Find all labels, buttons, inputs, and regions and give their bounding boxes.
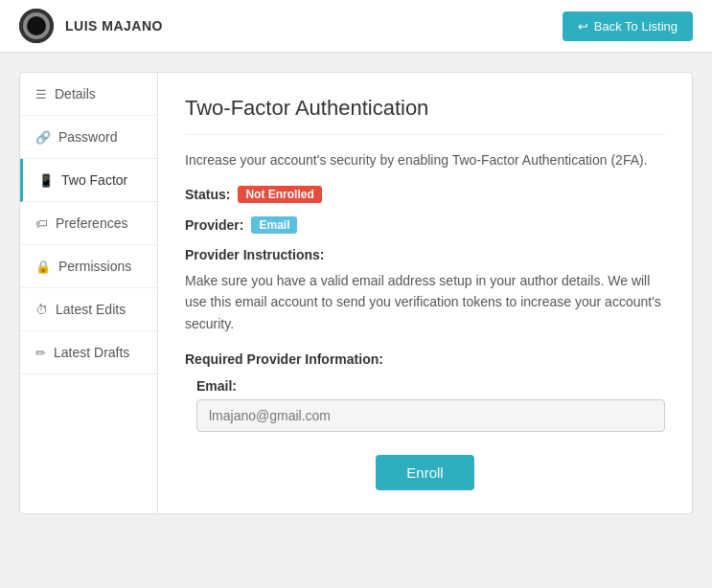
sidebar-label-preferences: Preferences [56,215,127,231]
sidebar-label-two-factor: Two Factor [61,172,127,188]
sidebar-item-details[interactable]: ☰ Details [20,73,157,116]
top-bar: LUIS MAJANO ↩ Back To Listing [0,0,712,53]
provider-instructions-title: Provider Instructions: [185,247,665,262]
email-label: Email: [196,378,665,394]
provider-label: Provider: [185,217,243,233]
sidebar-item-preferences[interactable]: 🏷 Preferences [20,202,157,245]
sidebar-label-latest-drafts: Latest Drafts [54,345,129,360]
sidebar-item-password[interactable]: 🔗 Password [20,116,157,159]
enroll-button-label: Enroll [406,464,443,481]
sidebar-item-permissions[interactable]: 🔒 Permissions [20,245,157,288]
sidebar-label-details: Details [55,86,96,102]
sidebar: ☰ Details 🔗 Password 📱 Two Factor 🏷 Pref… [19,72,158,514]
enroll-button[interactable]: Enroll [376,455,473,490]
username: LUIS MAJANO [65,18,163,34]
email-section: Email: [185,378,665,432]
status-row: Status: Not Enrolled [185,186,665,203]
sidebar-label-permissions: Permissions [58,259,131,274]
sidebar-label-latest-edits: Latest Edits [56,302,126,317]
list-icon: ☰ [35,87,47,102]
page-title: Two-Factor Authentication [185,96,665,135]
lock-icon: 🔒 [35,260,51,274]
status-label: Status: [185,187,230,202]
enroll-section: Enroll [185,455,665,490]
email-input[interactable] [196,399,665,432]
sidebar-label-password: Password [58,129,117,145]
avatar [19,9,54,43]
main-container: ☰ Details 🔗 Password 📱 Two Factor 🏷 Pref… [19,72,693,514]
provider-badge: Email [251,216,297,234]
tag-icon: 🏷 [35,216,48,231]
user-info: LUIS MAJANO [19,9,163,43]
back-arrow-icon: ↩ [578,19,588,34]
provider-instructions-section: Provider Instructions: Make sure you hav… [185,247,665,334]
sidebar-item-latest-drafts[interactable]: ✏ Latest Drafts [20,331,157,374]
back-to-listing-button[interactable]: ↩ Back To Listing [563,11,693,41]
provider-instructions-text: Make sure you have a valid email address… [185,270,665,334]
sidebar-item-latest-edits[interactable]: ⏱ Latest Edits [20,288,157,331]
content-panel: Two-Factor Authentication Increase your … [158,72,693,514]
pencil-icon: ✏ [35,346,46,360]
required-info-title: Required Provider Information: [185,351,665,367]
provider-row: Provider: Email [185,216,665,234]
back-button-label: Back To Listing [594,19,678,34]
status-badge: Not Enrolled [238,186,321,203]
description-text: Increase your account's security by enab… [185,150,665,170]
clock-icon: ⏱ [35,303,48,317]
link-icon: 🔗 [35,130,51,145]
mobile-icon: 📱 [38,173,54,188]
sidebar-item-two-factor[interactable]: 📱 Two Factor [20,159,157,202]
